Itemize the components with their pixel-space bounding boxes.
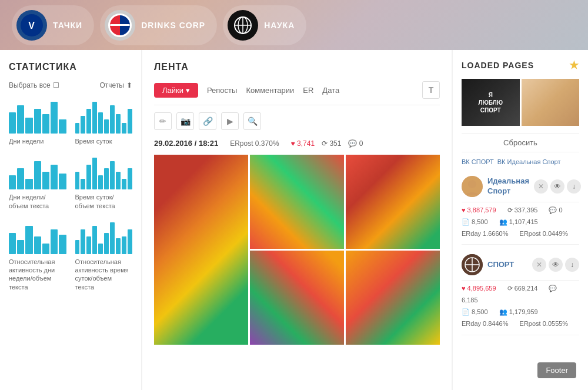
chart-days-week [9, 98, 66, 134]
members-idealnaya: 👥 1,107,415 [499, 218, 543, 225]
photo-3[interactable] [346, 155, 440, 249]
photo-5[interactable] [346, 251, 440, 345]
tab-likes[interactable]: Лайки ▾ [154, 83, 198, 98]
erpost-sport: ERpost 0.0555% [520, 320, 573, 327]
tab-reposts[interactable]: Репосты [207, 83, 237, 98]
download-idealnaya-btn[interactable]: ↓ [567, 179, 581, 194]
loaded-pages-title: LOADED PAGES ★ [462, 59, 579, 72]
stat-label-days-week: Дни недели [9, 137, 66, 145]
stats-grid: Дни недели Время суток [9, 98, 132, 291]
tab-comments[interactable]: Комментарии [246, 83, 294, 98]
erpost-idealnaya: ERpost 0.0449% [520, 230, 573, 237]
avatar-nauka [228, 10, 258, 41]
reset-button[interactable]: Сбросить [462, 133, 579, 152]
page-item-tachki[interactable]: V ТАЧКИ [12, 5, 94, 45]
chart-relative-days [9, 219, 66, 254]
loaded-preview-images: ЯЛЮБЛЮСПОРТ [462, 79, 579, 126]
svg-point-8 [468, 180, 476, 188]
chart-time-day [75, 98, 133, 134]
page-label-nauka: НАУКА [264, 21, 295, 30]
select-all-btn[interactable]: Выбрать все ☐ [9, 81, 59, 89]
avatar-idealnaya [462, 176, 483, 197]
tab-date[interactable]: Дата [322, 83, 339, 98]
stat-time-day: Время суток [75, 98, 133, 145]
page-tags: ВК СПОРТ ВК Идеальная Спорт [462, 158, 579, 165]
page-name-idealnaya: Идеальная Спорт [487, 176, 529, 196]
post-reposts: ⟳ 351 [322, 139, 341, 148]
tag-vk-idealnaya[interactable]: ВК Идеальная Спорт [497, 158, 561, 165]
post-date: 29.02.2016 / 18:21 [154, 139, 218, 148]
stats-title: СТАТИСТИКА [9, 62, 132, 72]
page-stats-sport: ♥ 4,895,659 ⟳ 669,214 💬 6,185 📄 8,500 👥 … [462, 283, 579, 335]
stat-relative-time: Относительная активность время суток/объ… [75, 219, 133, 291]
edit-filter-icon[interactable]: ✏ [154, 112, 172, 130]
reports-btn[interactable]: Отчеты ⬆ [100, 81, 132, 89]
tab-er[interactable]: ER [303, 83, 313, 98]
avatar-drinks [105, 10, 135, 41]
post-stats: ♥ 3,741 ⟳ 351 💬 0 [291, 139, 363, 148]
page-label-tachki: ТАЧКИ [53, 21, 82, 30]
page-item-nauka[interactable]: НАУКА [223, 5, 306, 45]
reposts-idealnaya: ⟳ 337,395 [507, 206, 543, 214]
page-card-idealnaya: Идеальная Спорт ✕ 👁 ↓ [462, 171, 579, 202]
posts-idealnaya: 📄 8,500 [462, 218, 493, 225]
posts-sport: 📄 8,500 [462, 308, 493, 315]
page-actions-sport: ✕ 👁 ↓ [532, 258, 579, 272]
stat-label-days-text: Дни недели/ объем текста [9, 193, 66, 210]
likes-idealnaya: ♥ 3,887,579 [462, 206, 501, 214]
photo-1[interactable] [154, 155, 248, 345]
link-filter-icon[interactable]: 🔗 [199, 112, 216, 130]
search-filter-icon[interactable]: 🔍 [243, 112, 261, 130]
chart-time-text [75, 154, 133, 189]
stats-panel: СТАТИСТИКА Выбрать все ☐ Отчеты ⬆ [0, 50, 141, 390]
likes-sport: ♥ 4,895,659 [462, 285, 501, 292]
svg-text:V: V [28, 21, 35, 31]
stats-controls: Выбрать все ☐ Отчеты ⬆ [9, 81, 132, 89]
comments-idealnaya: 💬 0 [549, 206, 567, 214]
chart-relative-time [75, 219, 133, 254]
chart-days-text [9, 154, 66, 189]
photo-filter-icon[interactable]: 📷 [176, 112, 194, 130]
main-layout: СТАТИСТИКА Выбрать все ☐ Отчеты ⬆ [0, 50, 588, 390]
stat-label-relative-time: Относительная активность время суток/объ… [75, 258, 133, 291]
page-actions-idealnaya: ✕ 👁 ↓ [534, 179, 581, 194]
tag-vk-sport[interactable]: ВК СПОРТ [462, 158, 494, 165]
stat-time-text: Время суток/ объем текста [75, 154, 133, 210]
avatar-sport [462, 254, 483, 275]
stat-label-time-text: Время суток/ объем текста [75, 193, 133, 210]
remove-idealnaya-btn[interactable]: ✕ [534, 179, 548, 194]
preview-sport-image[interactable]: ЯЛЮБЛЮСПОРТ [462, 79, 520, 126]
page-name-sport: СПОРТ [487, 260, 527, 270]
post-likes: ♥ 3,741 [291, 139, 315, 148]
post-meta: 29.02.2016 / 18:21 ERpost 0.370% ♥ 3,741… [154, 139, 440, 148]
stat-label-relative-days: Относительная активность дни недели/объе… [9, 258, 66, 291]
photo-2[interactable] [250, 155, 344, 249]
feed-filter-icons: ✏ 📷 🔗 ▶ 🔍 [154, 112, 440, 130]
stat-days-week: Дни недели [9, 98, 66, 145]
right-panel: LOADED PAGES ★ ЯЛЮБЛЮСПОРТ Сбросить ВК С… [453, 50, 588, 390]
post-comments: 💬 0 [348, 139, 363, 148]
stat-days-text: Дни недели/ объем текста [9, 154, 66, 210]
stat-label-time-day: Время суток [75, 137, 133, 145]
post-er-label: ERpost 0.370% [230, 139, 279, 148]
photo-4[interactable] [250, 251, 344, 345]
dropdown-icon: ▾ [186, 86, 190, 95]
erday-sport: ERday 0.8446% [462, 320, 513, 327]
remove-sport-btn[interactable]: ✕ [532, 258, 546, 272]
text-format-icon[interactable]: T [422, 81, 440, 99]
upload-icon: ⬆ [126, 81, 132, 89]
page-item-drinks[interactable]: DRINKS CORP [100, 5, 217, 45]
view-sport-btn[interactable]: 👁 [549, 258, 563, 272]
page-card-sport: СПОРТ ✕ 👁 ↓ [462, 249, 579, 281]
preview-beach-image[interactable] [522, 79, 580, 126]
download-sport-btn[interactable]: ↓ [565, 258, 579, 272]
star-icon[interactable]: ★ [569, 59, 579, 72]
page-label-drinks: DRINKS CORP [141, 21, 205, 30]
checkbox-icon: ☐ [53, 81, 59, 89]
view-idealnaya-btn[interactable]: 👁 [550, 179, 564, 194]
video-filter-icon[interactable]: ▶ [221, 112, 239, 130]
members-sport: 👥 1,179,959 [499, 308, 543, 315]
avatar-tachki: V [16, 10, 47, 41]
page-stats-idealnaya: ♥ 3,887,579 ⟳ 337,395 💬 0 📄 8,500 👥 1,10… [462, 205, 579, 245]
feed-title: ЛЕНТА [154, 62, 440, 72]
